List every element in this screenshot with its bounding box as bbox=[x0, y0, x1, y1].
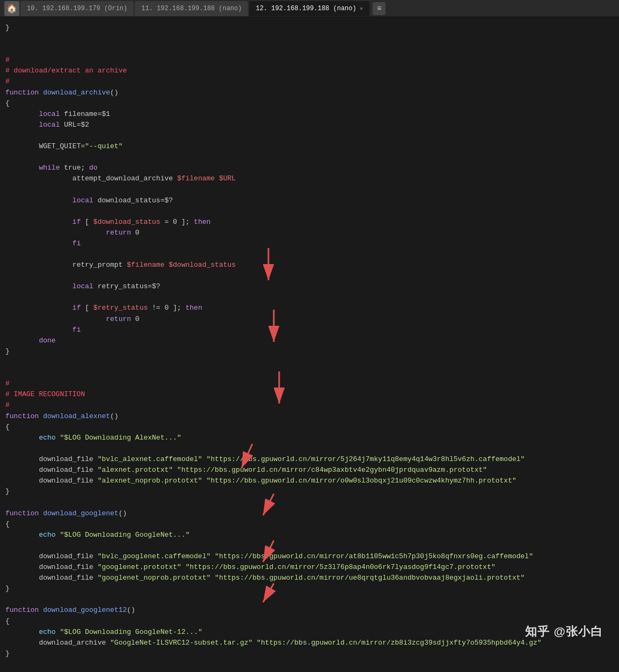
watermark: 知乎 @张小白 bbox=[525, 624, 603, 640]
titlebar: 🏠 10. 192.168.199.179 (Orin) 11. 192.168… bbox=[0, 0, 619, 17]
tab-orin[interactable]: 10. 192.168.199.179 (Orin) bbox=[20, 1, 134, 16]
table-row: done bbox=[5, 335, 619, 346]
table-row: download_file "googlenet.prototxt" "http… bbox=[5, 562, 619, 573]
table-row: function download_resnet18() bbox=[5, 670, 619, 672]
table-row bbox=[5, 152, 619, 163]
table-row bbox=[5, 540, 619, 551]
table-row: function download_alexnet() bbox=[5, 411, 619, 422]
table-row bbox=[5, 594, 619, 605]
code-container: }## download/extract an archive#function… bbox=[5, 23, 619, 672]
editor: }## download/extract an archive#function… bbox=[0, 17, 619, 672]
table-row: { bbox=[5, 422, 619, 433]
table-row: download_file "googlenet_noprob.prototxt… bbox=[5, 573, 619, 583]
tab-orin-label: 10. 192.168.199.179 (Orin) bbox=[27, 5, 127, 12]
table-row: { bbox=[5, 98, 619, 109]
table-row: } bbox=[5, 583, 619, 594]
table-row: # IMAGE RECOGNITION bbox=[5, 389, 619, 400]
table-row: } bbox=[5, 23, 619, 33]
table-row: WGET_QUIET="--quiet" bbox=[5, 141, 619, 152]
table-row: echo "$LOG Downloading GoogleNet..." bbox=[5, 530, 619, 540]
home-icon[interactable]: 🏠 bbox=[4, 1, 19, 16]
table-row: # bbox=[5, 400, 619, 411]
table-row bbox=[5, 292, 619, 303]
table-row: } bbox=[5, 648, 619, 659]
table-row bbox=[5, 185, 619, 195]
table-row bbox=[5, 368, 619, 378]
tab-nano2-label: 12. 192.168.199.188 (nano) bbox=[256, 5, 356, 12]
table-row bbox=[5, 357, 619, 368]
table-row: fi bbox=[5, 325, 619, 335]
table-row bbox=[5, 130, 619, 141]
table-row: function download_googlenet12() bbox=[5, 605, 619, 616]
table-row bbox=[5, 498, 619, 508]
table-row bbox=[5, 206, 619, 217]
table-row: fi bbox=[5, 238, 619, 249]
tab-nano1-label: 11. 192.168.199.188 (nano) bbox=[141, 5, 242, 12]
table-row: if [ $download_status = 0 ]; then bbox=[5, 217, 619, 228]
nav-button[interactable]: ≡ bbox=[373, 2, 385, 15]
table-row: { bbox=[5, 519, 619, 530]
table-row: # bbox=[5, 378, 619, 389]
table-row bbox=[5, 249, 619, 260]
table-row: } bbox=[5, 486, 619, 497]
table-row: local download_status=$? bbox=[5, 195, 619, 206]
table-row: download_file "alexnet.prototxt" "https:… bbox=[5, 465, 619, 476]
table-row: download_file "alexnet_noprob.prototxt" … bbox=[5, 476, 619, 486]
table-row: while true; do bbox=[5, 163, 619, 173]
table-row: function download_googlenet() bbox=[5, 508, 619, 519]
table-row bbox=[5, 44, 619, 55]
table-row: retry_prompt $filename $download_status bbox=[5, 260, 619, 271]
table-row: download_file "bvlc_googlenet.caffemodel… bbox=[5, 551, 619, 562]
table-row bbox=[5, 271, 619, 281]
table-row: download_file "bvlc_alexnet.caffemodel" … bbox=[5, 454, 619, 465]
table-row: function download_archive() bbox=[5, 87, 619, 98]
table-row: if [ $retry_status != 0 ]; then bbox=[5, 303, 619, 313]
table-row: local URL=$2 bbox=[5, 120, 619, 130]
table-row bbox=[5, 659, 619, 670]
table-row: local retry_status=$? bbox=[5, 281, 619, 292]
table-row: # bbox=[5, 55, 619, 65]
table-row: } bbox=[5, 346, 619, 357]
table-row: attempt_download_archive $filename $URL bbox=[5, 173, 619, 184]
table-row: # download/extract an archive bbox=[5, 65, 619, 76]
close-icon[interactable]: ✕ bbox=[360, 5, 363, 12]
table-row: return 0 bbox=[5, 228, 619, 238]
table-row: echo "$LOG Downloading AlexNet..." bbox=[5, 433, 619, 443]
tab-nano2[interactable]: 12. 192.168.199.188 (nano) ✕ bbox=[249, 1, 369, 16]
tab-nano1[interactable]: 11. 192.168.199.188 (nano) bbox=[135, 1, 248, 16]
table-row: return 0 bbox=[5, 314, 619, 325]
table-row: local filename=$1 bbox=[5, 109, 619, 120]
table-row bbox=[5, 33, 619, 44]
table-row: # bbox=[5, 76, 619, 87]
table-row bbox=[5, 443, 619, 454]
